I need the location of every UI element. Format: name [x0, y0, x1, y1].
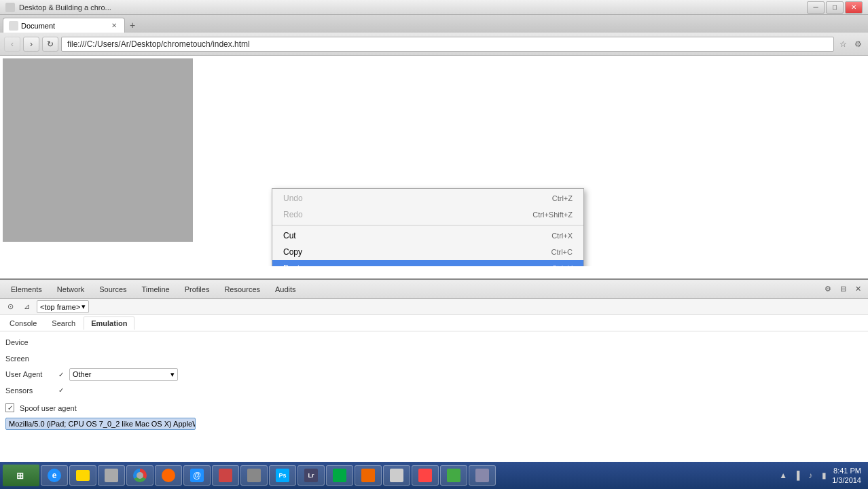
ctx-copy[interactable]: Copy Ctrl+C: [272, 244, 583, 260]
ctx-redo-label: Redo: [283, 210, 303, 219]
screen-dropdown-arrow: ▾: [170, 370, 175, 379]
sensors-check: ✓: [58, 386, 64, 394]
screen-dropdown[interactable]: Other ▾: [69, 368, 178, 381]
ctx-sep-1: [272, 225, 583, 225]
close-button[interactable]: ✕: [845, 1, 863, 14]
devtools-inspect-icon[interactable]: ⊙: [4, 301, 16, 313]
devtools-tab-network[interactable]: Network: [50, 283, 91, 295]
panel-tab-search[interactable]: Search: [45, 317, 82, 329]
taskbar-ie[interactable]: e: [41, 465, 68, 486]
tab-bar: Document ✕ +: [0, 15, 868, 33]
volume-icon: ♪: [805, 470, 816, 481]
devtools-main-tabs: Elements Network Sources Timeline Profil…: [4, 283, 818, 295]
battery-icon: ▮: [818, 470, 829, 481]
taskbar-app4[interactable]: [355, 465, 382, 486]
new-tab-button[interactable]: +: [125, 18, 140, 33]
devtools-tab-profiles[interactable]: Profiles: [178, 283, 217, 295]
screen-label: Screen: [5, 355, 53, 363]
sensors-label: Sensors: [5, 386, 53, 395]
taskbar-edge[interactable]: @: [183, 465, 211, 486]
ctx-cut-shortcut: Ctrl+X: [551, 232, 573, 240]
devtools-panel-tabs: Console Search Emulation: [0, 315, 868, 331]
user-agent-check: ✓: [58, 371, 64, 378]
devtools-tab-timeline[interactable]: Timeline: [135, 283, 177, 295]
devtools-tab-audits[interactable]: Audits: [268, 283, 303, 295]
taskbar-app7[interactable]: [440, 465, 467, 486]
address-input[interactable]: [61, 37, 834, 52]
tab-title: Document: [21, 22, 55, 30]
taskbar-files[interactable]: [98, 465, 125, 486]
address-bar: ‹ › ↻ ☆ ⚙: [0, 33, 868, 56]
ctx-undo[interactable]: Undo Ctrl+Z: [272, 190, 583, 206]
date: 1/3/2014: [832, 475, 861, 485]
settings-icon[interactable]: ⚙: [852, 38, 864, 50]
titlebar-left: Desktop & Building a chro...: [5, 3, 111, 12]
taskbar-app3[interactable]: [326, 465, 353, 486]
browser-content: Undo Ctrl+Z Redo Ctrl+Shift+Z Cut Ctrl+X…: [0, 56, 868, 266]
devtools-tab-resources[interactable]: Resources: [217, 283, 267, 295]
tab-favicon: [9, 21, 18, 31]
ctx-paste[interactable]: Paste Ctrl+V: [272, 260, 583, 266]
devtools-tab-sources[interactable]: Sources: [92, 283, 133, 295]
back-button[interactable]: ‹: [4, 37, 20, 52]
browser-window: Desktop & Building a chro... ─ □ ✕ Docum…: [0, 0, 868, 462]
taskbar-photoshop[interactable]: Ps: [269, 465, 296, 486]
tray-arrow[interactable]: ▲: [778, 470, 789, 481]
taskbar-chrome[interactable]: [126, 465, 153, 486]
sensors-row: Sensors ✓: [5, 384, 863, 397]
active-tab[interactable]: Document ✕: [3, 18, 125, 33]
taskbar-folder[interactable]: [69, 465, 96, 486]
frame-selector[interactable]: <top frame> ▾: [37, 300, 89, 313]
devtools-panel: Elements Network Sources Timeline Profil…: [0, 278, 868, 435]
chrome-icon: [5, 3, 15, 12]
titlebar: Desktop & Building a chro... ─ □ ✕: [0, 0, 868, 15]
panel-tab-emulation[interactable]: Emulation: [84, 316, 134, 330]
ctx-redo[interactable]: Redo Ctrl+Shift+Z: [272, 206, 583, 223]
ctx-cut[interactable]: Cut Ctrl+X: [272, 228, 583, 244]
start-icon: ⊞: [16, 471, 24, 481]
devtools-dock-icon[interactable]: ⊟: [837, 283, 849, 295]
ctx-cut-label: Cut: [283, 231, 296, 240]
devtools-filter-icon[interactable]: ⊿: [20, 301, 33, 313]
devtools-close-icon[interactable]: ✕: [852, 283, 864, 295]
panel-tab-console[interactable]: Console: [3, 317, 43, 329]
ctx-paste-label: Paste: [283, 264, 304, 266]
taskbar-items: e @ Ps Lr: [41, 465, 776, 486]
page-content-box: [3, 58, 193, 242]
minimize-button[interactable]: ─: [807, 1, 825, 14]
ctx-paste-shortcut: Ctrl+V: [551, 264, 573, 266]
user-agent-input[interactable]: Mozilla/5.0 (iPad; CPU OS 7_0_2 like Mac…: [5, 418, 196, 430]
spoof-row: Spoof user agent: [5, 401, 863, 415]
taskbar-app8[interactable]: [469, 465, 496, 486]
user-agent-label: User Agent: [5, 370, 53, 378]
taskbar-app2[interactable]: [240, 465, 268, 486]
devtools-toolbar-icons: ⚙ ⊟ ✕: [822, 283, 864, 295]
devtools-tab-elements[interactable]: Elements: [4, 283, 49, 295]
device-row: Device: [5, 336, 863, 349]
frame-label: <top frame>: [40, 303, 80, 311]
titlebar-controls: ─ □ ✕: [807, 1, 863, 14]
spoof-checkbox[interactable]: [5, 403, 14, 412]
taskbar-app6[interactable]: [412, 465, 439, 486]
network-icon: ▐: [791, 470, 802, 481]
taskbar-lightroom[interactable]: Lr: [297, 465, 325, 486]
ctx-copy-label: Copy: [283, 247, 302, 257]
forward-button[interactable]: ›: [23, 37, 39, 52]
taskbar-app5[interactable]: [383, 465, 410, 486]
taskbar: ⊞ e @ Ps Lr ▲ ▐ ♪ ▮ 8:41 PM 1/3/2014: [0, 462, 868, 489]
devtools-settings-icon[interactable]: ⚙: [822, 283, 834, 295]
ctx-copy-shortcut: Ctrl+C: [551, 248, 573, 256]
window-title: Desktop & Building a chro...: [19, 3, 111, 12]
bookmark-icon[interactable]: ☆: [837, 38, 849, 50]
address-icons: ☆ ⚙: [837, 38, 864, 50]
refresh-button[interactable]: ↻: [42, 37, 58, 52]
time: 8:41 PM: [832, 466, 861, 475]
start-button[interactable]: ⊞: [3, 465, 39, 486]
taskbar-app1[interactable]: [212, 465, 239, 486]
context-menu: Undo Ctrl+Z Redo Ctrl+Shift+Z Cut Ctrl+X…: [272, 188, 584, 266]
taskbar-firefox[interactable]: [155, 465, 182, 486]
user-agent-row: User Agent ✓ Other ▾: [5, 367, 863, 381]
clock: 8:41 PM 1/3/2014: [832, 466, 861, 486]
maximize-button[interactable]: □: [826, 1, 844, 14]
tab-close-button[interactable]: ✕: [109, 21, 119, 31]
